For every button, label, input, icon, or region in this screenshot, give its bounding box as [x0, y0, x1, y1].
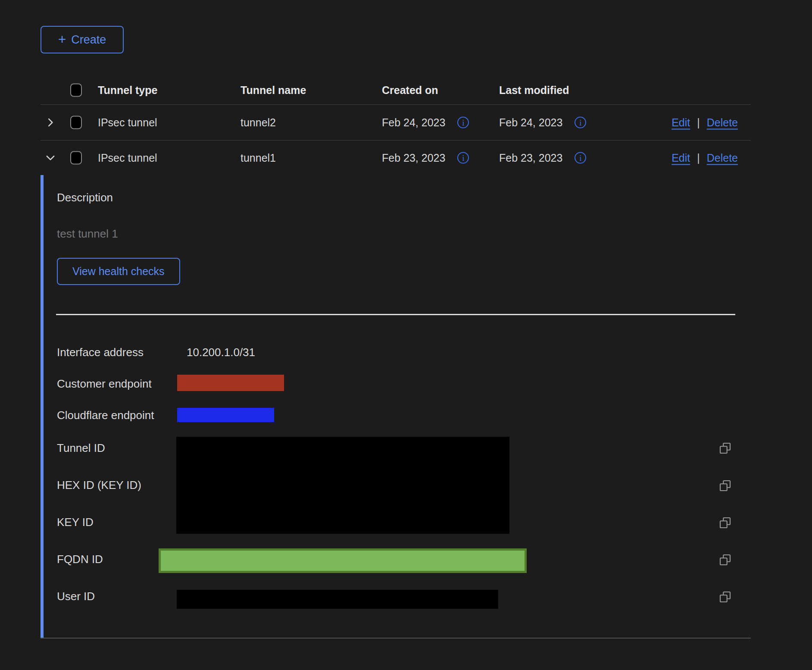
tunnel-name-cell: tunnel1 — [240, 152, 276, 164]
edit-link[interactable]: Edit — [671, 116, 690, 129]
created-on-text: Feb 23, 2023 — [382, 152, 445, 164]
key-id-label: KEY ID — [57, 516, 94, 529]
tunnel-details-panel: Description test tunnel 1 View health ch… — [41, 175, 751, 639]
fqdn-id-redaction — [159, 548, 527, 573]
select-all-checkbox[interactable] — [70, 83, 82, 97]
created-on-text: Feb 24, 2023 — [382, 116, 445, 129]
header-last-modified: Last modified — [499, 84, 569, 96]
interface-address-value: 10.200.1.0/31 — [187, 346, 255, 359]
cloudflare-endpoint-label: Cloudflare endpoint — [57, 409, 154, 422]
expanded-indicator-bar — [41, 175, 44, 638]
description-value: test tunnel 1 — [57, 227, 118, 241]
edit-link[interactable]: Edit — [671, 152, 690, 164]
chevron-right-icon[interactable] — [45, 117, 56, 128]
tunnels-table: Tunnel type Tunnel name Created on Last … — [41, 75, 751, 639]
user-id-redaction — [177, 590, 498, 609]
cloudflare-endpoint-redaction — [177, 408, 274, 422]
delete-link[interactable]: Delete — [707, 116, 738, 129]
copy-icon-user-id[interactable] — [719, 591, 731, 603]
row-actions: Edit | Delete — [671, 152, 738, 164]
copy-icon-hex-id[interactable] — [719, 479, 731, 492]
row-checkbox[interactable] — [70, 151, 82, 165]
info-icon[interactable]: i — [457, 152, 469, 164]
section-divider — [56, 314, 735, 315]
created-on-cell: Feb 24, 2023 i — [382, 116, 469, 129]
created-on-cell: Feb 23, 2023 i — [382, 152, 469, 164]
create-button-label: Create — [71, 33, 106, 47]
copy-icon-fqdn-id[interactable] — [719, 554, 731, 566]
fqdn-id-label: FQDN ID — [57, 553, 103, 566]
tunnels-page: + Create Tunnel type Tunnel name Created… — [0, 0, 812, 670]
create-button[interactable]: + Create — [41, 26, 124, 53]
header-created-on: Created on — [382, 84, 438, 96]
tunnel-id-label: Tunnel ID — [57, 441, 105, 455]
row-checkbox[interactable] — [70, 116, 82, 129]
table-row-tunnel1: IPsec tunnel tunnel1 Feb 23, 2023 i Feb … — [41, 141, 751, 175]
ids-redaction-block — [176, 437, 509, 534]
interface-address-label: Interface address — [57, 346, 144, 359]
plus-icon: + — [58, 32, 66, 46]
copy-icon-tunnel-id[interactable] — [719, 442, 731, 454]
customer-endpoint-redaction — [177, 375, 284, 391]
tunnel-type-cell: IPsec tunnel — [98, 116, 157, 129]
last-modified-cell: Feb 23, 2023 i — [499, 152, 586, 164]
last-modified-cell: Feb 24, 2023 i — [499, 116, 586, 129]
chevron-down-icon[interactable] — [45, 152, 56, 163]
info-icon[interactable]: i — [575, 117, 586, 128]
last-modified-text: Feb 24, 2023 — [499, 116, 562, 129]
view-health-checks-button[interactable]: View health checks — [57, 258, 180, 285]
copy-icon-key-id[interactable] — [719, 517, 731, 529]
customer-endpoint-label: Customer endpoint — [57, 377, 152, 391]
actions-separator: | — [697, 116, 700, 129]
delete-link[interactable]: Delete — [707, 152, 738, 164]
table-header-row: Tunnel type Tunnel name Created on Last … — [41, 75, 751, 105]
header-tunnel-name: Tunnel name — [240, 84, 306, 96]
tunnel-name-cell: tunnel2 — [240, 116, 276, 129]
user-id-label: User ID — [57, 590, 95, 603]
table-row-tunnel2: IPsec tunnel tunnel2 Feb 24, 2023 i Feb … — [41, 105, 751, 141]
actions-separator: | — [697, 152, 700, 164]
header-tunnel-type: Tunnel type — [98, 84, 157, 96]
row-actions: Edit | Delete — [671, 116, 738, 129]
description-label: Description — [57, 191, 113, 204]
info-icon[interactable]: i — [457, 117, 469, 128]
last-modified-text: Feb 23, 2023 — [499, 152, 562, 164]
hex-id-label: HEX ID (KEY ID) — [57, 479, 141, 492]
info-icon[interactable]: i — [575, 152, 586, 164]
tunnel-type-cell: IPsec tunnel — [98, 152, 157, 164]
